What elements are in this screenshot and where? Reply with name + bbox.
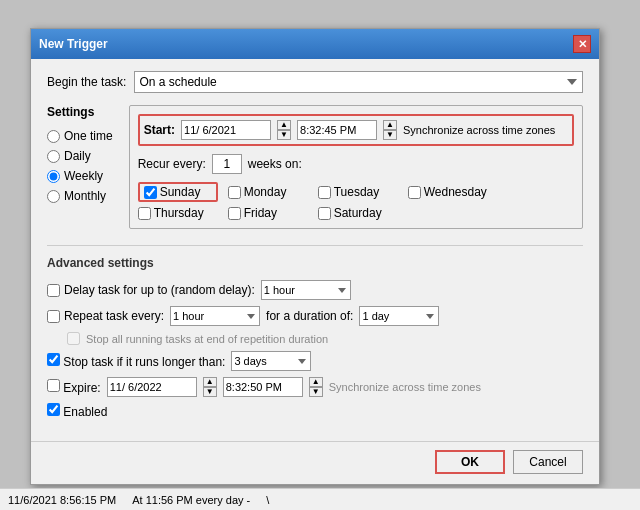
expire-time-spin-up[interactable]: ▲: [309, 377, 323, 387]
day-thursday[interactable]: Thursday: [138, 206, 218, 220]
recur-label: Recur every:: [138, 157, 206, 171]
enabled-label[interactable]: Enabled: [47, 403, 107, 419]
repeat-select[interactable]: 1 hour 30 minutes: [170, 306, 260, 326]
cancel-button[interactable]: Cancel: [513, 450, 583, 474]
saturday-checkbox[interactable]: [318, 207, 331, 220]
enabled-row: Enabled: [47, 403, 583, 419]
radio-monthly-input[interactable]: [47, 190, 60, 203]
expire-sync-label: Synchronize across time zones: [329, 381, 481, 393]
expire-date-spin-down[interactable]: ▼: [203, 387, 217, 397]
days-grid: Sunday Monday Tuesday Wednesday: [138, 182, 574, 220]
begin-task-row: Begin the task: On a schedule At log on …: [47, 71, 583, 93]
title-bar: New Trigger ✕: [31, 29, 599, 59]
wednesday-checkbox[interactable]: [408, 186, 421, 199]
stop-longer-checkbox[interactable]: [47, 353, 60, 366]
expire-date-spin-up[interactable]: ▲: [203, 377, 217, 387]
start-row: Start: ▲ ▼ ▲ ▼ Synchronize across time z…: [138, 114, 574, 146]
delay-text: Delay task for up to (random delay):: [64, 283, 255, 297]
friday-checkbox[interactable]: [228, 207, 241, 220]
dialog-body: Begin the task: On a schedule At log on …: [31, 59, 599, 441]
day-wednesday[interactable]: Wednesday: [408, 185, 488, 199]
thursday-checkbox[interactable]: [138, 207, 151, 220]
expire-text: Expire:: [63, 381, 100, 395]
date-spin-down[interactable]: ▼: [277, 130, 291, 140]
repeat-label[interactable]: Repeat task every:: [47, 309, 164, 323]
time-spin-up[interactable]: ▲: [383, 120, 397, 130]
stop-running-checkbox: [67, 332, 80, 345]
begin-task-label: Begin the task:: [47, 75, 126, 89]
enabled-text: Enabled: [63, 405, 107, 419]
settings-section: Settings One time Daily Weekly Monthly: [47, 105, 583, 229]
delay-select[interactable]: 1 hour 30 minutes 2 hours: [261, 280, 351, 300]
expire-date-spin: ▲ ▼: [203, 377, 217, 397]
stop-longer-row: Stop task if it runs longer than: 3 days…: [47, 351, 583, 371]
radio-weekly[interactable]: Weekly: [47, 169, 113, 183]
days-row-1: Sunday Monday Tuesday Wednesday: [138, 182, 574, 202]
repeat-text: Repeat task every:: [64, 309, 164, 323]
date-spin: ▲ ▼: [277, 120, 291, 140]
expire-date-input[interactable]: [107, 377, 197, 397]
status-schedule: At 11:56 PM every day -: [132, 494, 250, 506]
status-separator: \: [266, 494, 269, 506]
time-spin: ▲ ▼: [383, 120, 397, 140]
sunday-checkbox[interactable]: [144, 186, 157, 199]
expire-time-spin: ▲ ▼: [309, 377, 323, 397]
settings-right-panel: Start: ▲ ▼ ▲ ▼ Synchronize across time z…: [129, 105, 583, 229]
dialog-title: New Trigger: [39, 37, 108, 51]
repeat-row: Repeat task every: 1 hour 30 minutes for…: [47, 306, 583, 326]
stop-longer-select[interactable]: 3 days 1 day: [231, 351, 311, 371]
recur-input[interactable]: [212, 154, 242, 174]
day-saturday[interactable]: Saturday: [318, 206, 398, 220]
status-bar: 11/6/2021 8:56:15 PM At 11:56 PM every d…: [0, 488, 640, 510]
radio-group: One time Daily Weekly Monthly: [47, 125, 113, 203]
close-button[interactable]: ✕: [573, 35, 591, 53]
advanced-section: Advanced settings Delay task for up to (…: [47, 245, 583, 419]
delay-checkbox[interactable]: [47, 284, 60, 297]
enabled-checkbox[interactable]: [47, 403, 60, 416]
recur-row: Recur every: weeks on:: [138, 154, 574, 174]
delay-label[interactable]: Delay task for up to (random delay):: [47, 283, 255, 297]
monday-checkbox[interactable]: [228, 186, 241, 199]
day-tuesday[interactable]: Tuesday: [318, 185, 398, 199]
status-datetime: 11/6/2021 8:56:15 PM: [8, 494, 116, 506]
expire-time-input[interactable]: [223, 377, 303, 397]
radio-monthly[interactable]: Monthly: [47, 189, 113, 203]
delay-row: Delay task for up to (random delay): 1 h…: [47, 280, 583, 300]
start-label: Start:: [144, 123, 175, 137]
repeat-checkbox[interactable]: [47, 310, 60, 323]
stop-running-row: Stop all running tasks at end of repetit…: [47, 332, 583, 345]
day-friday[interactable]: Friday: [228, 206, 308, 220]
expire-row: Expire: ▲ ▼ ▲ ▼ Synchronize across time …: [47, 377, 583, 397]
radio-one-time[interactable]: One time: [47, 129, 113, 143]
radio-daily[interactable]: Daily: [47, 149, 113, 163]
start-time-input[interactable]: [297, 120, 377, 140]
day-sunday[interactable]: Sunday: [138, 182, 218, 202]
begin-task-select[interactable]: On a schedule At log on At startup: [134, 71, 583, 93]
dialog-footer: OK Cancel: [31, 441, 599, 484]
time-spin-down[interactable]: ▼: [383, 130, 397, 140]
duration-label: for a duration of:: [266, 309, 353, 323]
expire-checkbox[interactable]: [47, 379, 60, 392]
radio-weekly-input[interactable]: [47, 170, 60, 183]
radio-daily-input[interactable]: [47, 150, 60, 163]
duration-select[interactable]: 1 day 2 days: [359, 306, 439, 326]
start-sync-label: Synchronize across time zones: [403, 124, 555, 136]
expire-time-spin-down[interactable]: ▼: [309, 387, 323, 397]
weeks-on-label: weeks on:: [248, 157, 302, 171]
radio-one-time-input[interactable]: [47, 130, 60, 143]
tuesday-checkbox[interactable]: [318, 186, 331, 199]
date-spin-up[interactable]: ▲: [277, 120, 291, 130]
day-monday[interactable]: Monday: [228, 185, 308, 199]
stop-longer-label[interactable]: Stop task if it runs longer than:: [47, 353, 225, 369]
expire-label[interactable]: Expire:: [47, 379, 101, 395]
ok-button[interactable]: OK: [435, 450, 505, 474]
stop-running-label: Stop all running tasks at end of repetit…: [86, 333, 328, 345]
advanced-title: Advanced settings: [47, 256, 583, 270]
new-trigger-dialog: New Trigger ✕ Begin the task: On a sched…: [30, 28, 600, 485]
settings-left: Settings One time Daily Weekly Monthly: [47, 105, 113, 229]
settings-header: Settings: [47, 105, 113, 119]
stop-longer-text: Stop task if it runs longer than:: [63, 355, 225, 369]
start-date-input[interactable]: [181, 120, 271, 140]
days-row-2: Thursday Friday Saturday: [138, 206, 574, 220]
